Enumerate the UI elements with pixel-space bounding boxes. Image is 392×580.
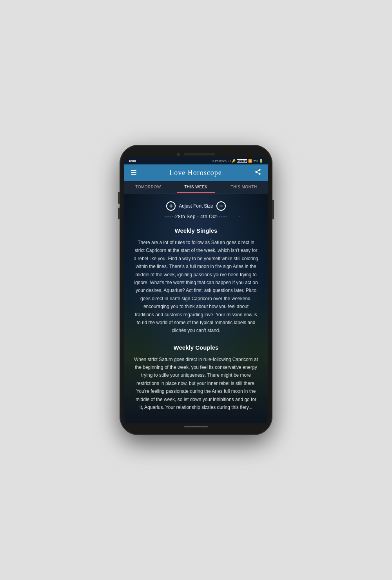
phone-device: 6:00 3.20 KB/S ☐ 🔑 VoLTE 📶 5% 🔋 ☰ Love H… — [120, 145, 272, 435]
phone-top-notch — [124, 150, 268, 157]
tab-this-week[interactable]: THIS WEEK — [172, 181, 220, 193]
menu-button[interactable]: ☰ — [131, 168, 137, 177]
key-icon: 🔑 — [232, 159, 236, 163]
date-range: ------28th Sep - 4th Oct------ — [131, 212, 261, 224]
content-scroll: + Adjust Font Size − ------28th Sep - 4t… — [124, 193, 268, 422]
weekly-singles-title: Weekly Singles — [131, 224, 261, 239]
power-button[interactable] — [272, 200, 274, 219]
speaker-slot — [184, 153, 215, 155]
content-area[interactable]: + Adjust Font Size − ------28th Sep - 4t… — [124, 193, 268, 423]
font-size-control: + Adjust Font Size − — [131, 198, 261, 212]
tab-tomorrow[interactable]: TOMORROW — [124, 181, 172, 193]
weekly-couples-title: Weekly Couples — [131, 341, 261, 356]
app-header: ☰ Love Horoscope — [124, 164, 268, 181]
font-decrease-button[interactable]: − — [216, 201, 226, 211]
phone-screen: 6:00 3.20 KB/S ☐ 🔑 VoLTE 📶 5% 🔋 ☰ Love H… — [124, 150, 268, 430]
tab-this-month[interactable]: THIS MONTH — [220, 181, 268, 193]
home-indicator[interactable] — [184, 426, 208, 427]
tab-bar: TOMORROW THIS WEEK THIS MONTH — [124, 181, 268, 193]
weekly-couples-text: When strict Saturn goes direct in rule-f… — [131, 356, 261, 418]
home-bar — [124, 423, 268, 430]
camera-dot — [177, 153, 180, 156]
weekly-singles-text: There are a lot of rules to follow as Sa… — [131, 239, 261, 341]
font-increase-button[interactable]: + — [166, 201, 176, 211]
share-button[interactable] — [254, 168, 261, 177]
volte-badge: VoLTE — [237, 159, 247, 163]
status-icons: 3.20 KB/S ☐ 🔑 VoLTE 📶 5% 🔋 — [212, 159, 263, 163]
font-label: Adjust Font Size — [179, 203, 213, 209]
volume-down-button[interactable] — [118, 208, 120, 219]
app-title: Love Horoscope — [169, 169, 221, 177]
status-time: 6:00 — [129, 159, 136, 163]
volume-up-button[interactable] — [118, 192, 120, 204]
battery-icon: 🔋 — [259, 159, 263, 163]
battery-text: 5% — [253, 159, 258, 163]
status-bar: 6:00 3.20 KB/S ☐ 🔑 VoLTE 📶 5% 🔋 — [124, 157, 268, 164]
wifi-icon: ☐ — [228, 159, 230, 163]
network-speed: 3.20 KB/S — [212, 159, 227, 163]
signal-icon: 📶 — [248, 159, 252, 163]
